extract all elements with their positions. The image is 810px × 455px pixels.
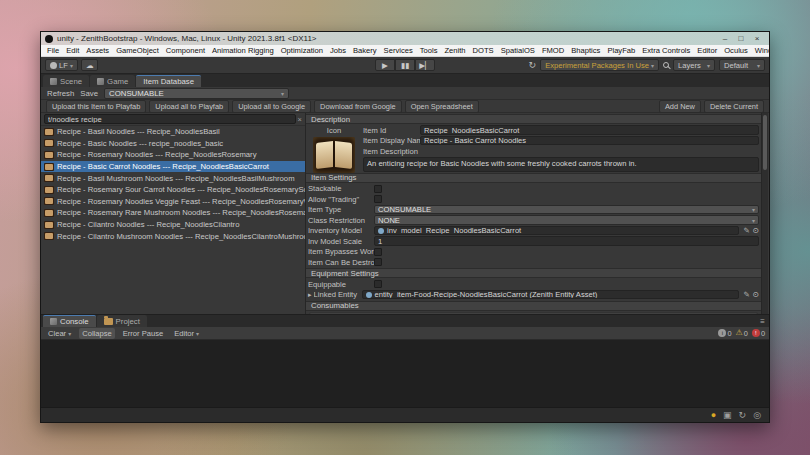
equippable-checkbox[interactable] [374, 280, 382, 288]
clear-search-icon[interactable]: × [298, 115, 302, 124]
list-item-selected[interactable]: Recipe - Basic Carrot Noodles --- Recipe… [41, 161, 305, 173]
menu-item[interactable]: Extra Controls [642, 46, 690, 55]
menu-item[interactable]: Services [384, 46, 413, 55]
menu-item[interactable]: Jobs [330, 46, 346, 55]
menu-item[interactable]: Zenith [444, 46, 465, 55]
tab-scene[interactable]: Scene [43, 75, 89, 87]
play-button[interactable]: ▶ [375, 59, 395, 71]
menu-item[interactable]: Tools [420, 46, 438, 55]
inv-model-scale-field[interactable]: 1 [374, 236, 759, 246]
class-restriction-dropdown[interactable]: NONE ▾ [374, 215, 759, 225]
upload-row: Upload this Item to Playfab Upload all t… [41, 100, 769, 113]
refresh-icon[interactable]: ↻ [739, 411, 747, 420]
tab-console[interactable]: Console [43, 315, 96, 327]
error-pause-toggle[interactable]: Error Pause [120, 328, 167, 339]
menu-item[interactable]: FMOD [542, 46, 564, 55]
stackable-checkbox[interactable] [374, 185, 382, 193]
menu-item[interactable]: DOTS [473, 46, 494, 55]
minimize-button[interactable]: – [717, 34, 733, 43]
layout-dropdown[interactable]: Default ▾ [719, 59, 765, 71]
foldout-icon[interactable]: ▸ [308, 291, 312, 299]
edit-icon[interactable]: ✎ [743, 290, 749, 299]
edit-icon[interactable]: ✎ [743, 226, 749, 235]
object-picker-icon[interactable]: ⊙ [753, 226, 759, 235]
tab-project[interactable]: Project [97, 315, 147, 327]
menu-item[interactable]: Bakery [353, 46, 377, 55]
tab-game[interactable]: Game [90, 75, 135, 87]
info-count-toggle[interactable]: i 0 [718, 329, 731, 338]
menu-item[interactable]: File [47, 46, 59, 55]
item-id-field[interactable]: Recipe_NoodlesBasicCarrot [420, 125, 759, 135]
scrollbar-thumb[interactable] [763, 115, 767, 170]
list-item[interactable]: Recipe - Basil Mushroom Noodles --- Reci… [41, 172, 305, 184]
menu-item[interactable]: SpatialOS [501, 46, 535, 55]
collapse-toggle[interactable]: Collapse [79, 328, 115, 339]
cloud-button[interactable]: ☁ [81, 59, 99, 71]
content-area: × Recipe - Basil Noodles --- Recipe_Nood… [41, 113, 769, 314]
pause-button[interactable]: ▮▮ [395, 59, 415, 71]
menu-item[interactable]: Optimization [281, 46, 323, 55]
packages-dropdown[interactable]: Experimental Packages In Use ▾ [540, 59, 659, 71]
menu-item[interactable]: Bhaptics [571, 46, 600, 55]
list-item[interactable]: Recipe - Cilantro Noodles --- Recipe_Noo… [41, 219, 305, 231]
error-count-toggle[interactable]: ! 0 [752, 329, 765, 338]
upload-all-google-button[interactable]: Upload all to Google [232, 100, 311, 113]
upload-all-playfab-button[interactable]: Upload all to Playfab [149, 100, 229, 113]
menu-item[interactable]: Editor [697, 46, 717, 55]
list-item[interactable]: Recipe - Rosemary Sour Carrot Noodles --… [41, 184, 305, 196]
layers-dropdown[interactable]: Layers ▾ [673, 59, 715, 71]
maximize-button[interactable]: □ [733, 34, 749, 43]
inventory-model-object-field[interactable]: inv_model_Recipe_NoodlesBasicCarrot [374, 226, 739, 236]
description-textarea[interactable]: An enticing recipe for Basic Noodles wit… [363, 157, 759, 172]
menu-item[interactable]: Assets [86, 46, 109, 55]
add-new-button[interactable]: Add New [659, 100, 701, 113]
sync-icon[interactable]: ↻ [529, 60, 537, 70]
search-icon[interactable] [663, 62, 669, 68]
bypasses-world-item-checkbox[interactable] [374, 248, 382, 256]
allow-trading-checkbox[interactable] [374, 195, 382, 203]
list-item[interactable]: Recipe - Basic Noodles --- recipe_noodle… [41, 138, 305, 150]
item-type-dropdown[interactable]: CONSUMABLE ▾ [374, 205, 759, 215]
menu-item[interactable]: PlayFab [607, 46, 635, 55]
code-status-icon[interactable]: ◎ [753, 411, 761, 420]
open-spreadsheet-button[interactable]: Open Spreadsheet [405, 100, 479, 113]
menu-item[interactable]: GameObject [116, 46, 159, 55]
list-item[interactable]: Recipe - Rosemary Rare Mushroom Noodles … [41, 207, 305, 219]
refresh-button[interactable]: Refresh [47, 89, 74, 98]
can-be-destroyed-checkbox[interactable] [374, 258, 382, 266]
status-bar: ● ▣ ↻ ◎ [41, 407, 769, 422]
list-item[interactable]: Recipe - Rosemary Noodles --- Recipe_Noo… [41, 149, 305, 161]
panel-menu-icon[interactable]: ≡ [760, 317, 765, 326]
save-button[interactable]: Save [80, 89, 98, 98]
menu-item[interactable]: Animation Rigging [212, 46, 274, 55]
clear-button[interactable]: Clear ▾ [45, 328, 74, 339]
display-name-field[interactable]: Recipe - Basic Carrot Noodles [420, 136, 759, 146]
tab-item-database[interactable]: Item Database [136, 75, 201, 87]
category-dropdown[interactable]: CONSUMABLE ▾ [104, 88, 289, 99]
linked-entity-object-field[interactable]: entity_item-Food-Recipe-NoodlesBasicCarr… [362, 290, 740, 300]
object-picker-icon[interactable]: ⊙ [753, 290, 759, 299]
delete-current-button[interactable]: Delete Current [704, 100, 764, 113]
console-log-area[interactable] [41, 340, 769, 407]
notification-icon[interactable]: ● [711, 411, 716, 420]
search-input[interactable] [44, 114, 296, 124]
item-icon-preview[interactable] [313, 137, 355, 173]
upload-item-playfab-button[interactable]: Upload this Item to Playfab [46, 100, 146, 113]
menu-item[interactable]: Window [755, 46, 769, 55]
list-item[interactable]: Recipe - Basil Noodles --- Recipe_Noodle… [41, 126, 305, 138]
menu-item[interactable]: Oculus [724, 46, 748, 55]
warning-count-toggle[interactable]: ⚠ 0 [736, 329, 748, 338]
step-button[interactable]: ▶▏ [415, 59, 435, 71]
download-google-button[interactable]: Download from Google [314, 100, 402, 113]
inspector-scrollbar[interactable] [761, 113, 768, 314]
package-manager-icon[interactable]: ▣ [723, 411, 732, 420]
list-item[interactable]: Recipe - Cilantro Mushroom Noodles --- R… [41, 230, 305, 242]
editor-dropdown[interactable]: Editor ▾ [171, 328, 202, 339]
list-item[interactable]: Recipe - Rosemary Noodles Veggie Feast -… [41, 196, 305, 208]
menu-item[interactable]: Component [166, 46, 205, 55]
item-database-toolbar: Refresh Save CONSUMABLE ▾ [41, 87, 769, 100]
menu-item[interactable]: Edit [66, 46, 79, 55]
account-button[interactable]: LF ▾ [45, 59, 78, 71]
close-button[interactable]: × [749, 34, 765, 43]
recipe-book-icon [44, 151, 54, 159]
